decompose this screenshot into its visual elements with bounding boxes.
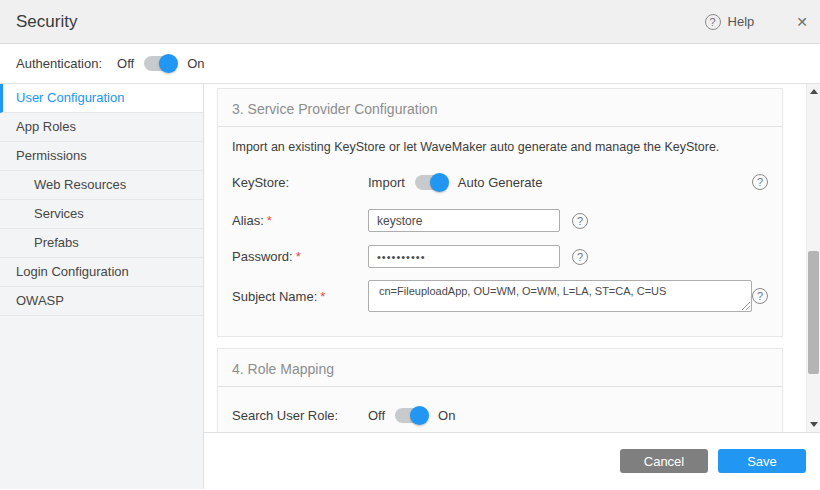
dialog-body: User Configuration App Roles Permissions…: [0, 84, 820, 489]
subject-name-field-wrap: cn=FileuploadApp, OU=WM, O=WM, L=LA, ST=…: [368, 280, 752, 312]
required-marker: *: [267, 213, 272, 228]
sidebar: User Configuration App Roles Permissions…: [0, 84, 204, 489]
keystore-import-label: Import: [368, 175, 405, 190]
subject-name-help-icon[interactable]: ?: [752, 288, 768, 304]
authentication-label: Authentication:: [16, 56, 102, 71]
close-icon[interactable]: ✕: [796, 15, 808, 29]
authentication-off-label: Off: [117, 56, 134, 71]
search-user-role-off-label: Off: [368, 408, 385, 423]
toggle-knob: [159, 54, 178, 73]
security-dialog: Security ? Help ✕ Authentication: Off On…: [0, 0, 820, 490]
required-marker: *: [296, 249, 301, 264]
role-mapping-section: 4. Role Mapping Search User Role: Off On: [217, 348, 783, 432]
header-actions: ? Help ✕: [705, 14, 808, 30]
help-link[interactable]: Help: [728, 14, 755, 29]
scroll-down-icon[interactable]: [810, 422, 818, 427]
authentication-row: Authentication: Off On: [0, 44, 820, 84]
required-marker: *: [320, 289, 325, 304]
subject-name-label: Subject Name:*: [232, 289, 368, 304]
vertical-scrollbar[interactable]: [806, 84, 820, 432]
keystore-label: KeyStore:: [232, 175, 368, 190]
toggle-knob: [430, 173, 449, 192]
settings-scroll-area: 3. Service Provider Configuration Import…: [204, 84, 806, 432]
keystore-help-icon[interactable]: ?: [752, 174, 768, 190]
password-label: Password:*: [232, 249, 368, 264]
password-help-icon[interactable]: ?: [572, 249, 588, 265]
keystore-auto-generate-label: Auto Generate: [458, 175, 543, 190]
alias-row: Alias:* ?: [232, 209, 768, 232]
section-title: 3. Service Provider Configuration: [218, 101, 782, 127]
sidebar-item-services[interactable]: Services: [0, 200, 203, 229]
sidebar-item-owasp[interactable]: OWASP: [0, 287, 203, 316]
authentication-toggle[interactable]: [144, 56, 177, 71]
search-user-role-row: Search User Role: Off On: [232, 403, 768, 427]
sidebar-item-user-configuration[interactable]: User Configuration: [0, 84, 203, 113]
password-input[interactable]: [368, 245, 560, 268]
keystore-row: KeyStore: Import Auto Generate ?: [232, 170, 768, 194]
scrollbar-thumb[interactable]: [808, 251, 819, 374]
alias-label: Alias:*: [232, 213, 368, 228]
section-title: 4. Role Mapping: [218, 361, 782, 387]
sidebar-item-login-configuration[interactable]: Login Configuration: [0, 258, 203, 287]
dialog-footer: Cancel Save: [204, 432, 820, 489]
sidebar-item-app-roles[interactable]: App Roles: [0, 113, 203, 142]
sidebar-item-prefabs[interactable]: Prefabs: [0, 229, 203, 258]
save-button[interactable]: Save: [718, 449, 806, 473]
search-user-role-on-label: On: [438, 408, 455, 423]
subject-name-textarea[interactable]: cn=FileuploadApp, OU=WM, O=WM, L=LA, ST=…: [368, 280, 752, 312]
keystore-description: Import an existing KeyStore or let WaveM…: [232, 140, 768, 154]
alias-help-icon[interactable]: ?: [572, 213, 588, 229]
toggle-knob: [410, 406, 429, 425]
keystore-toggle[interactable]: [415, 175, 448, 190]
sidebar-item-permissions[interactable]: Permissions: [0, 142, 203, 171]
authentication-on-label: On: [187, 56, 204, 71]
search-user-role-toggle[interactable]: [395, 408, 428, 423]
subject-name-row: Subject Name:* cn=FileuploadApp, OU=WM, …: [232, 280, 768, 312]
search-user-role-label: Search User Role:: [232, 408, 368, 423]
alias-input[interactable]: [368, 209, 560, 232]
page-title: Security: [16, 12, 77, 32]
sidebar-item-web-resources[interactable]: Web Resources: [0, 171, 203, 200]
cancel-button[interactable]: Cancel: [620, 449, 708, 473]
scroll-up-icon[interactable]: [810, 89, 818, 94]
help-icon[interactable]: ?: [705, 14, 721, 30]
service-provider-configuration-section: 3. Service Provider Configuration Import…: [217, 88, 783, 337]
dialog-header: Security ? Help ✕: [0, 0, 820, 44]
password-row: Password:* ?: [232, 245, 768, 268]
main-content: 3. Service Provider Configuration Import…: [204, 84, 820, 489]
